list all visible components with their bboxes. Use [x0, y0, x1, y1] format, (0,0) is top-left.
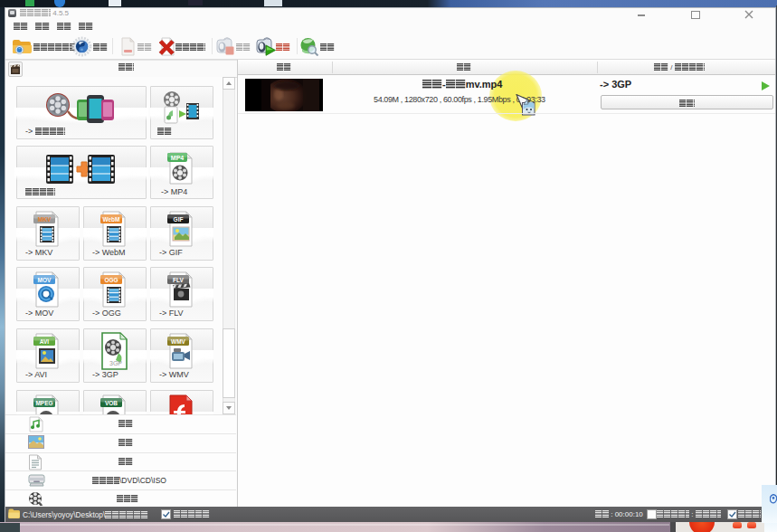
svg-text:OGG: OGG — [104, 277, 118, 283]
svg-text:FLV: FLV — [173, 277, 184, 283]
svg-text:VOB: VOB — [105, 400, 118, 406]
svg-text:WebM: WebM — [102, 216, 119, 223]
svg-text:WMV: WMV — [171, 338, 186, 345]
svg-text:MKV: MKV — [38, 216, 52, 223]
svg-text:MP4: MP4 — [171, 155, 185, 161]
svg-text:GIF: GIF — [174, 216, 184, 223]
svg-text:MPEG: MPEG — [35, 400, 52, 406]
svg-text:AVI: AVI — [40, 338, 50, 345]
svg-text:3GP: 3GP — [109, 360, 122, 366]
svg-text:MOV: MOV — [38, 277, 52, 283]
